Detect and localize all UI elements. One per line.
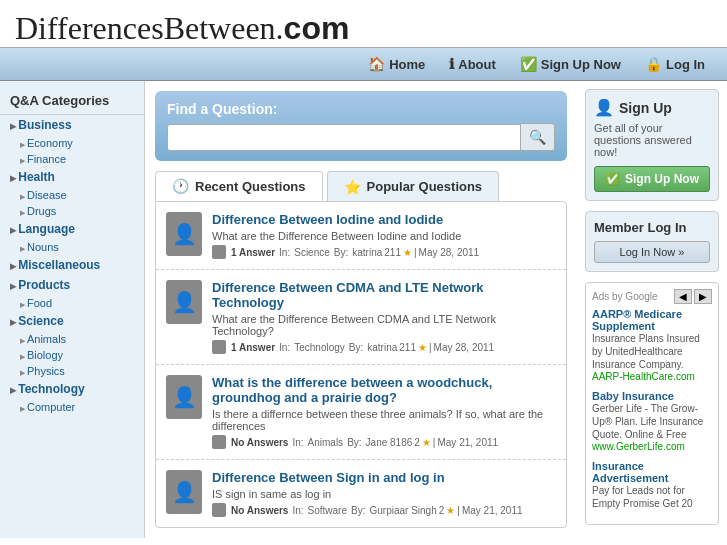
question-body: What is the difference between a woodchu… bbox=[212, 375, 556, 449]
star-badge: ★ bbox=[403, 247, 412, 258]
avatar: 👤 bbox=[166, 280, 202, 324]
search-button[interactable]: 🔍 bbox=[521, 123, 555, 151]
navbar: 🏠 Home ℹ About ✅ Sign Up Now 🔒 Log In bbox=[0, 47, 727, 81]
sidebar-item-language[interactable]: Language bbox=[0, 219, 144, 239]
table-row: 👤 Difference Between CDMA and LTE Networ… bbox=[156, 270, 566, 365]
login-button[interactable]: Log In Now » bbox=[594, 241, 710, 263]
sidebar-item-biology[interactable]: Biology bbox=[0, 347, 144, 363]
nav-about[interactable]: ℹ About bbox=[437, 52, 508, 76]
sidebar-item-business[interactable]: Business bbox=[0, 115, 144, 135]
content-area: Find a Question: 🔍 🕐 Recent Questions ⭐ … bbox=[145, 81, 577, 538]
sidebar-item-science[interactable]: Science bbox=[0, 311, 144, 331]
avatar: 👤 bbox=[166, 470, 202, 514]
ads-next-button[interactable]: ▶ bbox=[694, 289, 712, 304]
sidebar-item-food[interactable]: Food bbox=[0, 295, 144, 311]
sidebar-item-miscellaneous[interactable]: Miscellaneous bbox=[0, 255, 144, 275]
signup-title: 👤 Sign Up bbox=[594, 98, 710, 117]
site-title: DifferencesBetween.com bbox=[15, 14, 349, 45]
login-box: Member Log In Log In Now » bbox=[585, 211, 719, 272]
star-badge: ★ bbox=[446, 505, 455, 516]
question-title[interactable]: Difference Between CDMA and LTE Network … bbox=[212, 280, 556, 310]
sidebar-item-health[interactable]: Health bbox=[0, 167, 144, 187]
info-icon: ℹ bbox=[449, 56, 454, 72]
ad-desc: Insurance Plans Insured by UnitedHealthc… bbox=[592, 332, 712, 371]
sidebar-item-finance[interactable]: Finance bbox=[0, 151, 144, 167]
clock-icon: 🕐 bbox=[172, 178, 189, 194]
lock-icon: 🔒 bbox=[645, 56, 662, 72]
question-desc: Is there a differnce between these three… bbox=[212, 408, 556, 432]
sidebar-item-nouns[interactable]: Nouns bbox=[0, 239, 144, 255]
search-row: 🔍 bbox=[167, 123, 555, 151]
ad-item: Baby Insurance Gerber Life - The Grow-Up… bbox=[592, 390, 712, 452]
avatar-image: 👤 bbox=[166, 280, 202, 324]
sidebar-item-drugs[interactable]: Drugs bbox=[0, 203, 144, 219]
sidebar-item-technology[interactable]: Technology bbox=[0, 379, 144, 399]
ad-item: Insurance Advertisement Pay for Leads no… bbox=[592, 460, 712, 510]
sidebar-item-computer[interactable]: Computer bbox=[0, 399, 144, 415]
signup-box: 👤 Sign Up Get all of your questions answ… bbox=[585, 89, 719, 201]
tabs: 🕐 Recent Questions ⭐ Popular Questions bbox=[155, 171, 567, 201]
sidebar-item-disease[interactable]: Disease bbox=[0, 187, 144, 203]
avatar-image: 👤 bbox=[166, 375, 202, 419]
meta-icon bbox=[212, 503, 226, 517]
ad-url: AARP-HealthCare.com bbox=[592, 371, 712, 382]
question-title[interactable]: Difference Between Sign in and log in bbox=[212, 470, 556, 485]
main-layout: Q&A Categories Business Economy Finance … bbox=[0, 81, 727, 538]
avatar: 👤 bbox=[166, 212, 202, 256]
ad-desc: Gerber Life - The Grow-Up® Plan. Life In… bbox=[592, 402, 712, 441]
ads-navigation: ◀ ▶ bbox=[674, 289, 712, 304]
sidebar-item-economy[interactable]: Economy bbox=[0, 135, 144, 151]
ad-url: www.GerberLife.com bbox=[592, 441, 712, 452]
avatar: 👤 bbox=[166, 375, 202, 419]
login-title: Member Log In bbox=[594, 220, 710, 235]
sidebar-item-physics[interactable]: Physics bbox=[0, 363, 144, 379]
question-body: Difference Between Sign in and log in IS… bbox=[212, 470, 556, 517]
questions-list: 👤 Difference Between Iodine and Iodide W… bbox=[155, 201, 567, 528]
tab-recent-questions[interactable]: 🕐 Recent Questions bbox=[155, 171, 323, 201]
sidebar-item-animals[interactable]: Animals bbox=[0, 331, 144, 347]
question-title[interactable]: Difference Between Iodine and Iodide bbox=[212, 212, 556, 227]
search-icon: 🔍 bbox=[529, 129, 546, 145]
star-badge: ★ bbox=[418, 342, 427, 353]
table-row: 👤 Difference Between Iodine and Iodide W… bbox=[156, 202, 566, 270]
signup-button[interactable]: ✅ Sign Up Now bbox=[594, 166, 710, 192]
ads-box: Ads by Google ◀ ▶ AARP® Medicare Supplem… bbox=[585, 282, 719, 525]
question-title[interactable]: What is the difference between a woodchu… bbox=[212, 375, 556, 405]
nav-home[interactable]: 🏠 Home bbox=[356, 52, 437, 76]
question-desc: IS sign in same as log in bbox=[212, 488, 556, 500]
table-row: 👤 Difference Between Sign in and log in … bbox=[156, 460, 566, 527]
sidebar-title: Q&A Categories bbox=[0, 89, 144, 115]
question-meta: 1 Answer In: Science By: katrina 211 ★ |… bbox=[212, 245, 556, 259]
meta-icon bbox=[212, 435, 226, 449]
signup-description: Get all of your questions answered now! bbox=[594, 122, 710, 158]
ads-prev-button[interactable]: ◀ bbox=[674, 289, 692, 304]
avatar-image: 👤 bbox=[166, 212, 202, 256]
ad-title[interactable]: Baby Insurance bbox=[592, 390, 712, 402]
meta-icon bbox=[212, 245, 226, 259]
home-icon: 🏠 bbox=[368, 56, 385, 72]
ad-title[interactable]: AARP® Medicare Supplement bbox=[592, 308, 712, 332]
avatar-image: 👤 bbox=[166, 470, 202, 514]
sidebar-item-products[interactable]: Products bbox=[0, 275, 144, 295]
nav-login[interactable]: 🔒 Log In bbox=[633, 52, 717, 76]
ad-title[interactable]: Insurance Advertisement bbox=[592, 460, 712, 484]
star-icon: ⭐ bbox=[344, 179, 361, 195]
question-desc: What are the Difference Between CDMA and… bbox=[212, 313, 556, 337]
user-icon: 👤 bbox=[594, 98, 614, 117]
meta-icon bbox=[212, 340, 226, 354]
search-box: Find a Question: 🔍 bbox=[155, 91, 567, 161]
tab-popular-questions[interactable]: ⭐ Popular Questions bbox=[327, 171, 500, 201]
search-input[interactable] bbox=[167, 124, 521, 151]
sidebar: Q&A Categories Business Economy Finance … bbox=[0, 81, 145, 538]
site-header: DifferencesBetween.com bbox=[0, 0, 727, 47]
table-row: 👤 What is the difference between a woodc… bbox=[156, 365, 566, 460]
check-icon: ✅ bbox=[605, 172, 620, 186]
nav-signup[interactable]: ✅ Sign Up Now bbox=[508, 52, 633, 76]
question-meta: No Answers In: Animals By: Jane 8186 2 ★… bbox=[212, 435, 556, 449]
question-body: Difference Between Iodine and Iodide Wha… bbox=[212, 212, 556, 259]
right-sidebar: 👤 Sign Up Get all of your questions answ… bbox=[577, 81, 727, 538]
question-desc: What are the Difference Between Iodine a… bbox=[212, 230, 556, 242]
question-body: Difference Between CDMA and LTE Network … bbox=[212, 280, 556, 354]
star-badge: ★ bbox=[422, 437, 431, 448]
check-icon: ✅ bbox=[520, 56, 537, 72]
